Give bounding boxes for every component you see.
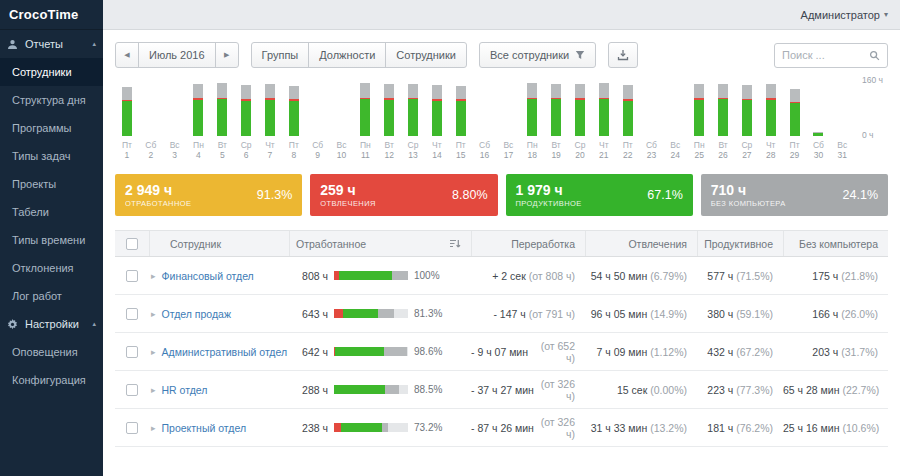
chart-bar[interactable] [766, 78, 776, 136]
chart-bar[interactable] [480, 78, 490, 136]
column-header-no-computer[interactable]: Без компьютера [783, 231, 888, 256]
chart-bar[interactable] [646, 78, 656, 136]
chart-bar[interactable] [146, 78, 156, 136]
table-row[interactable]: ▸Финансовый отдел808 ч100%+ 2 сек(от 808… [115, 257, 888, 295]
chart-segment-worked [718, 99, 728, 136]
table-body: ▸Финансовый отдел808 ч100%+ 2 сек(от 808… [115, 257, 888, 447]
department-link[interactable]: HR отдел [162, 384, 208, 396]
chart-bar[interactable] [217, 78, 227, 136]
select-all-checkbox[interactable] [126, 238, 138, 250]
row-checkbox[interactable] [126, 384, 138, 396]
distractions-cell: 15 сек(0.00%) [585, 384, 697, 396]
chart-bar[interactable] [837, 78, 847, 136]
column-header-overtime[interactable]: Переработка [471, 231, 585, 256]
chart-day-28: Чт28 [759, 78, 783, 160]
sidebar-item[interactable]: Отклонения [0, 254, 103, 282]
chart-bar[interactable] [503, 78, 513, 136]
chart-bar[interactable] [360, 78, 370, 136]
chart-day-14: Чт14 [425, 78, 449, 160]
chart-bar[interactable] [289, 78, 299, 136]
sidebar-item[interactable]: Типы задач [0, 142, 103, 170]
expand-row-icon[interactable]: ▸ [151, 309, 156, 319]
expand-row-icon[interactable]: ▸ [151, 347, 156, 357]
chart-bar[interactable] [694, 78, 704, 136]
chart-bar[interactable] [456, 78, 466, 136]
sidebar-item[interactable]: Лог работ [0, 282, 103, 310]
sidebar-item[interactable]: Табели [0, 198, 103, 226]
chart-bar[interactable] [122, 78, 132, 136]
chart-bar[interactable] [551, 78, 561, 136]
view-button-1[interactable]: Должности [308, 42, 386, 68]
chart-bar[interactable] [408, 78, 418, 136]
sidebar-item[interactable]: Конфигурация [0, 366, 103, 394]
sidebar-section-settings[interactable]: Настройки▴ [0, 310, 103, 338]
sidebar-item[interactable]: Программы [0, 114, 103, 142]
sidebar-item[interactable]: Типы времени [0, 226, 103, 254]
chart-weekday-label: Пн [193, 140, 204, 150]
productive-cell: 223 ч(77.3%) [697, 384, 783, 396]
user-menu[interactable]: Администратор ▾ [801, 9, 888, 21]
view-button-0[interactable]: Группы [251, 42, 310, 68]
view-button-2[interactable]: Сотрудники [385, 42, 467, 68]
sidebar-section-reports[interactable]: Отчеты▴ [0, 30, 103, 58]
chart-segment-worked [790, 103, 800, 136]
expand-row-icon[interactable]: ▸ [151, 423, 156, 433]
sidebar-item[interactable]: Проекты [0, 170, 103, 198]
table-row[interactable]: ▸Административный отдел642 ч98.6%- 9 ч 0… [115, 333, 888, 371]
chart-bar[interactable] [790, 78, 800, 136]
download-button[interactable] [608, 42, 638, 68]
chart-day-label: 9 [315, 150, 320, 160]
expand-row-icon[interactable]: ▸ [151, 385, 156, 395]
table-row[interactable]: ▸Отдел продаж643 ч81.3%- 147 ч(от 791 ч)… [115, 295, 888, 333]
chart-bar[interactable] [241, 78, 251, 136]
column-header-worked[interactable]: Отработанное [289, 231, 471, 256]
chart-bar[interactable] [623, 78, 633, 136]
column-header-employee[interactable]: Сотрудник [149, 231, 289, 256]
row-checkbox[interactable] [126, 422, 138, 434]
chart-bar[interactable] [384, 78, 394, 136]
table-row[interactable]: ▸Проектный отдел238 ч73.2%- 87 ч 26 мин(… [115, 409, 888, 447]
chart-bar[interactable] [313, 78, 323, 136]
row-checkbox[interactable] [126, 308, 138, 320]
chart-bar[interactable] [265, 78, 275, 136]
chevron-right-icon: ▶ [224, 51, 229, 59]
sidebar-item[interactable]: Сотрудники [0, 58, 103, 86]
column-header-productive[interactable]: Продуктивное [697, 231, 783, 256]
search-input[interactable] [782, 49, 869, 61]
chart-day-20: Ср20 [568, 78, 592, 160]
chart-bar[interactable] [170, 78, 180, 136]
chart-bar[interactable] [575, 78, 585, 136]
chart-bar[interactable] [193, 78, 203, 136]
chart-weekday-label: Вт [551, 140, 560, 150]
period-button[interactable]: Июль 2016 [138, 42, 216, 68]
department-link[interactable]: Отдел продаж [162, 308, 231, 320]
table-row[interactable]: ▸HR отдел288 ч88.5%- 37 ч 27 мин(от 326 … [115, 371, 888, 409]
column-header-distractions[interactable]: Отвлечения [585, 231, 697, 256]
chart-bar[interactable] [337, 78, 347, 136]
row-checkbox[interactable] [126, 346, 138, 358]
department-link[interactable]: Проектный отдел [162, 422, 247, 434]
chart-bar[interactable] [718, 78, 728, 136]
next-month-button[interactable]: ▶ [215, 42, 239, 68]
chart-weekday-label: Ср [408, 140, 419, 150]
chart-bar[interactable] [670, 78, 680, 136]
row-checkbox[interactable] [126, 270, 138, 282]
chart-bar[interactable] [527, 78, 537, 136]
chart-bar[interactable] [813, 78, 823, 136]
sidebar-item[interactable]: Структура дня [0, 86, 103, 114]
department-link[interactable]: Финансовый отдел [162, 270, 254, 282]
employees-filter-label: Все сотрудники [490, 49, 569, 61]
department-link[interactable]: Административный отдел [162, 346, 288, 358]
chart-bar[interactable] [432, 78, 442, 136]
expand-row-icon[interactable]: ▸ [151, 271, 156, 281]
chart-day-30: Сб30 [806, 78, 830, 160]
sidebar-item[interactable]: Оповещения [0, 338, 103, 366]
chart-day-label: 26 [718, 150, 727, 160]
prev-month-button[interactable]: ◀ [115, 42, 139, 68]
sidebar: CrocoTime Отчеты▴СотрудникиСтруктура дня… [0, 0, 103, 476]
chevron-down-icon: ▾ [884, 10, 888, 19]
chart-bar[interactable] [742, 78, 752, 136]
employees-filter-dropdown[interactable]: Все сотрудники [479, 42, 596, 68]
chart-bar[interactable] [599, 78, 609, 136]
sort-desc-icon[interactable] [449, 239, 461, 249]
